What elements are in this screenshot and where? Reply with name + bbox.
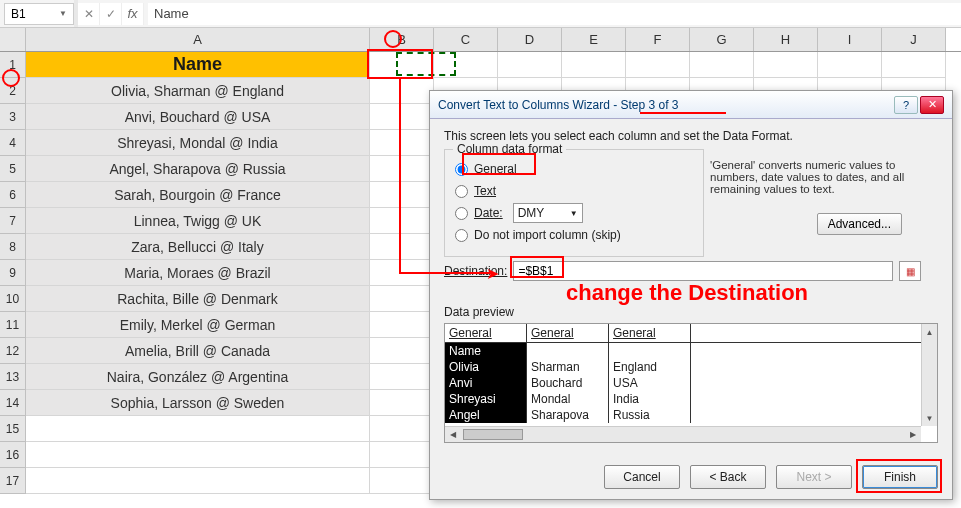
preview-col-header[interactable]: General xyxy=(609,324,691,342)
cell-I1[interactable] xyxy=(818,52,882,78)
col-header-I[interactable]: I xyxy=(818,28,882,51)
name-box[interactable]: B1 ▼ xyxy=(4,3,74,25)
row-header-13[interactable]: 13 xyxy=(0,364,26,390)
radio-date[interactable] xyxy=(455,207,468,220)
close-button[interactable]: ✕ xyxy=(920,96,944,114)
chevron-down-icon[interactable]: ▼ xyxy=(59,9,67,18)
row-header-10[interactable]: 10 xyxy=(0,286,26,312)
cell-F1[interactable] xyxy=(626,52,690,78)
cell-B1[interactable] xyxy=(370,52,434,78)
preview-col-header[interactable]: General xyxy=(527,324,609,342)
date-format-combo[interactable]: DMY ▼ xyxy=(513,203,583,223)
help-button[interactable]: ? xyxy=(894,96,918,114)
enter-fx-button[interactable]: ✓ xyxy=(100,3,122,25)
fx-button[interactable]: fx xyxy=(122,3,144,25)
row-header-16[interactable]: 16 xyxy=(0,442,26,468)
row-header-12[interactable]: 12 xyxy=(0,338,26,364)
row-header-15[interactable]: 15 xyxy=(0,416,26,442)
preview-vscroll[interactable]: ▲ ▼ xyxy=(921,324,937,426)
cell-A11[interactable]: Emily, Merkel @ German xyxy=(26,312,370,338)
row-header-17[interactable]: 17 xyxy=(0,468,26,494)
cell-A13[interactable]: Naira, González @ Argentina xyxy=(26,364,370,390)
back-button[interactable]: < Back xyxy=(690,465,766,489)
range-selector-button[interactable]: ▦ xyxy=(899,261,921,281)
cell-H1[interactable] xyxy=(754,52,818,78)
row-header-5[interactable]: 5 xyxy=(0,156,26,182)
scroll-thumb[interactable] xyxy=(463,429,523,440)
cell-A4[interactable]: Shreyasi, Mondal @ India xyxy=(26,130,370,156)
cell-A5[interactable]: Angel, Sharapova @ Russia xyxy=(26,156,370,182)
cell-B16[interactable] xyxy=(370,442,434,468)
cell-B8[interactable] xyxy=(370,234,434,260)
arrow-left-icon[interactable]: ◀ xyxy=(445,427,461,442)
cell-B9[interactable] xyxy=(370,260,434,286)
cell-B3[interactable] xyxy=(370,104,434,130)
arrow-right-icon[interactable]: ▶ xyxy=(905,427,921,442)
preview-col-header[interactable]: General xyxy=(445,324,527,342)
destination-input[interactable] xyxy=(513,261,893,281)
cell-B11[interactable] xyxy=(370,312,434,338)
col-header-G[interactable]: G xyxy=(690,28,754,51)
cancel-fx-button[interactable]: ✕ xyxy=(78,3,100,25)
cell-J1[interactable] xyxy=(882,52,946,78)
col-header-H[interactable]: H xyxy=(754,28,818,51)
cell-C1[interactable] xyxy=(434,52,498,78)
cell-A9[interactable]: Maria, Moraes @ Brazil xyxy=(26,260,370,286)
cell-A2[interactable]: Olivia, Sharman @ England xyxy=(26,78,370,104)
cell-B6[interactable] xyxy=(370,182,434,208)
cell-A3[interactable]: Anvi, Bouchard @ USA xyxy=(26,104,370,130)
cell-B4[interactable] xyxy=(370,130,434,156)
cell-A1[interactable]: Name xyxy=(26,52,370,78)
radio-text[interactable] xyxy=(455,185,468,198)
formula-bar-input[interactable] xyxy=(148,3,961,25)
radio-general[interactable] xyxy=(455,163,468,176)
cell-E1[interactable] xyxy=(562,52,626,78)
arrow-down-icon[interactable]: ▼ xyxy=(926,410,934,426)
cell-D1[interactable] xyxy=(498,52,562,78)
cell-B12[interactable] xyxy=(370,338,434,364)
cell-B2[interactable] xyxy=(370,78,434,104)
cell-A14[interactable]: Sophia, Larsson @ Sweden xyxy=(26,390,370,416)
row-header-8[interactable]: 8 xyxy=(0,234,26,260)
cell-B14[interactable] xyxy=(370,390,434,416)
col-header-B[interactable]: B xyxy=(370,28,434,51)
row-header-14[interactable]: 14 xyxy=(0,390,26,416)
row-header-4[interactable]: 4 xyxy=(0,130,26,156)
cell-A16[interactable] xyxy=(26,442,370,468)
cell-A7[interactable]: Linnea, Twigg @ UK xyxy=(26,208,370,234)
advanced-button[interactable]: Advanced... xyxy=(817,213,902,235)
select-all-corner[interactable] xyxy=(0,28,26,51)
arrow-up-icon[interactable]: ▲ xyxy=(926,324,934,340)
radio-skip[interactable] xyxy=(455,229,468,242)
cell-B10[interactable] xyxy=(370,286,434,312)
cell-B17[interactable] xyxy=(370,468,434,494)
col-header-D[interactable]: D xyxy=(498,28,562,51)
finish-button[interactable]: Finish xyxy=(862,465,938,489)
cell-B5[interactable] xyxy=(370,156,434,182)
cell-A8[interactable]: Zara, Bellucci @ Italy xyxy=(26,234,370,260)
row-header-6[interactable]: 6 xyxy=(0,182,26,208)
row-header-2[interactable]: 2 xyxy=(0,78,26,104)
col-header-A[interactable]: A xyxy=(26,28,370,51)
col-header-J[interactable]: J xyxy=(882,28,946,51)
row-header-11[interactable]: 11 xyxy=(0,312,26,338)
cell-A15[interactable] xyxy=(26,416,370,442)
row-header-1[interactable]: 1 xyxy=(0,52,26,78)
preview-cell: Mondal xyxy=(527,391,609,407)
cancel-button[interactable]: Cancel xyxy=(604,465,680,489)
col-header-F[interactable]: F xyxy=(626,28,690,51)
row-header-7[interactable]: 7 xyxy=(0,208,26,234)
cell-B15[interactable] xyxy=(370,416,434,442)
preview-hscroll[interactable]: ◀ ▶ xyxy=(445,426,921,442)
cell-B7[interactable] xyxy=(370,208,434,234)
col-header-E[interactable]: E xyxy=(562,28,626,51)
cell-A10[interactable]: Rachita, Bille @ Denmark xyxy=(26,286,370,312)
cell-A6[interactable]: Sarah, Bourgoin @ France xyxy=(26,182,370,208)
cell-B13[interactable] xyxy=(370,364,434,390)
cell-A12[interactable]: Amelia, Brill @ Canada xyxy=(26,338,370,364)
cell-G1[interactable] xyxy=(690,52,754,78)
col-header-C[interactable]: C xyxy=(434,28,498,51)
row-header-9[interactable]: 9 xyxy=(0,260,26,286)
row-header-3[interactable]: 3 xyxy=(0,104,26,130)
cell-A17[interactable] xyxy=(26,468,370,494)
